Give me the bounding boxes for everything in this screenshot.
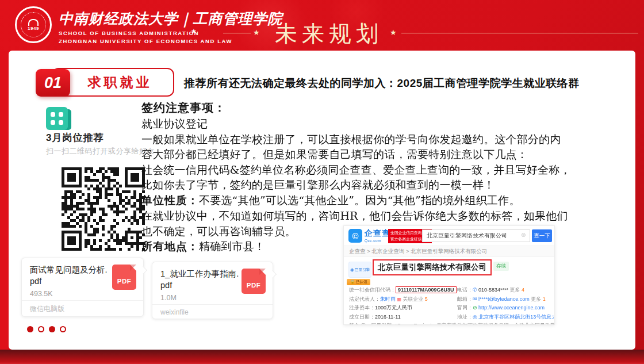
detail-row: 地址：◎ 北京市平谷区林荫北街13号信息大厦 bbox=[457, 313, 554, 322]
detail-row: 统一社会信用代码：91110117MA009G6U3U bbox=[349, 286, 457, 295]
pager-dot[interactable] bbox=[27, 326, 33, 332]
bottom-red-strip bbox=[0, 350, 644, 364]
pager-dots bbox=[27, 326, 66, 332]
doc-share-title: 3月岗位推荐 bbox=[46, 131, 103, 144]
body-line: 一般如果就业单位在学校注册了，可以直接根据你的学号向你发起邀约。这个部分的内 bbox=[141, 132, 629, 147]
company-details: 统一社会信用代码：91110117MA009G6U3U法定代表人：朱时雨 ▦ 关… bbox=[344, 285, 554, 321]
file-size: 1.0M bbox=[160, 294, 266, 302]
related-icon: ▦ bbox=[397, 297, 403, 302]
qr-code bbox=[60, 166, 147, 252]
title-line-right bbox=[401, 33, 638, 33]
company-name: 北京巨量引擎网络技术有限公司 bbox=[373, 259, 492, 275]
section-headline: 推荐所有还无法确定最终去处的同学加入：2025届工商管理学院学生就业联络群 bbox=[184, 76, 580, 91]
file-name: 1_就业工作办事指南.pdf bbox=[160, 269, 240, 291]
location-icon: ◎ bbox=[473, 314, 478, 320]
company-logo: ◈巨量引擎 bbox=[348, 262, 371, 278]
detail-row: 成立日期：2016-11-11 bbox=[349, 313, 457, 322]
body-line: 就业协议登记 bbox=[141, 116, 629, 132]
detail-row: 注册资本：1000万元人民币 bbox=[349, 304, 457, 313]
page-title: 未来规划 bbox=[275, 18, 383, 49]
globe-icon: ⊘ bbox=[473, 305, 478, 311]
section-label: 求职就业 bbox=[74, 74, 152, 91]
status-badge: 存续 bbox=[493, 262, 509, 271]
info-icon: ⓘ bbox=[361, 323, 366, 325]
title-block: ★ 未来规划 ★ bbox=[0, 14, 644, 46]
qcc-brand: 企查查 Qcc.com bbox=[365, 228, 390, 243]
breadcrumb[interactable]: 企查查 > 北京企业查询 > 北京巨量引擎网络技术有限公司 bbox=[344, 246, 554, 257]
file-name: 面试常见问题及分析.pdf bbox=[30, 265, 109, 287]
mini-program-doc-icon bbox=[46, 107, 72, 131]
company-header: ◈巨量引擎 🔒 已认领 北京巨量引擎网络技术有限公司 存续 bbox=[344, 257, 554, 285]
pager-dot[interactable] bbox=[38, 326, 44, 332]
detail-row: 电话：✆ 010-5834**** 更多 4 bbox=[457, 286, 554, 295]
section-number-badge: 01 bbox=[36, 69, 70, 97]
body-line: 签约注意事项： bbox=[141, 99, 629, 116]
pdf-file-icon: PDF bbox=[241, 269, 266, 294]
clear-icon[interactable]: ⊗ bbox=[521, 232, 526, 238]
pdf-file-icon: PDF bbox=[112, 265, 136, 290]
qcc-screenshot-panel: © 企查查 Qcc.com 全国企业信用查询系统 官方备案企业征信机构 ⊗ 查一… bbox=[343, 225, 555, 325]
doc-share-subtitle: 扫一扫二维码打开或分享给好友 bbox=[46, 146, 155, 156]
body-line: 比如你去了字节，签约的是巨量引擎那么内容就必须和查到的一模一样！ bbox=[141, 177, 629, 193]
phone-icon: ✆ bbox=[473, 287, 478, 293]
body-line: 在就业协议中，不知道如何填写的，咨询HR，他们会告诉你绝大多数的标答，如果他们 bbox=[141, 208, 629, 224]
star-icon: ★ bbox=[253, 28, 260, 37]
search-button[interactable]: 查一下 bbox=[532, 229, 552, 242]
star-icon: ★ bbox=[390, 28, 397, 37]
title-line-left bbox=[223, 33, 251, 33]
body-line: 容大部分都已经填好了。但是如果需要自己填写的话，需要特别注意以下几点： bbox=[141, 147, 629, 162]
file-card[interactable]: 面试常见问题及分析.pdf493.5KPDF微信电脑版 bbox=[21, 258, 144, 317]
file-size: 493.5K bbox=[30, 290, 136, 298]
file-card[interactable]: 1_就业工作办事指南.pdf1.0MPDFweixinfile bbox=[152, 262, 273, 319]
qcc-header: © 企查查 Qcc.com 全国企业信用查询系统 官方备案企业征信机构 ⊗ 查一… bbox=[344, 226, 554, 246]
search-input[interactable] bbox=[422, 229, 530, 242]
detail-row: 官网：⊘ http://www.oceanengine.com bbox=[457, 304, 554, 313]
pager-dot[interactable] bbox=[60, 326, 66, 332]
detail-row: 法定代表人：朱时雨 ▦ 关联企业 5 bbox=[349, 295, 457, 304]
body-line: 社会统一信用代码&签约单位名称必须同企查查、爱企查上查询的一致，并且写好全称， bbox=[141, 162, 629, 178]
pager-dot[interactable] bbox=[49, 326, 55, 332]
qcc-brand-name: 企查查 bbox=[365, 228, 390, 239]
detail-row: 邮箱：✉ l****t@bytedance.com 更多 1 bbox=[457, 295, 554, 304]
qcc-brand-domain: Qcc.com bbox=[365, 239, 390, 243]
mail-icon: ✉ bbox=[473, 296, 478, 302]
file-source: weixinfile bbox=[152, 304, 273, 320]
presentation-slide: 1949 中南财经政法大学｜工商管理学院 SCHOOL OF BUSINESS … bbox=[0, 0, 644, 364]
intro-row: 简介 ⓘ：巨量引擎（Ocean Engine） 是字节跳动旗下的营销服务品牌，全… bbox=[349, 321, 554, 325]
company-intro: 简介 ⓘ：巨量引擎（Ocean Engine） 是字节跳动旗下的营销服务品牌，全… bbox=[344, 321, 554, 325]
slide-header: 1949 中南财经政法大学｜工商管理学院 SCHOOL OF BUSINESS … bbox=[0, 0, 644, 52]
body-line: 单位性质：不要选“其他”可以选“其他企业”。因为“其他”指的境外组织工作。 bbox=[141, 193, 629, 209]
left-red-strip bbox=[0, 51, 9, 350]
file-source: 微信电脑版 bbox=[22, 300, 143, 317]
qcc-logo-icon: © bbox=[348, 229, 362, 243]
